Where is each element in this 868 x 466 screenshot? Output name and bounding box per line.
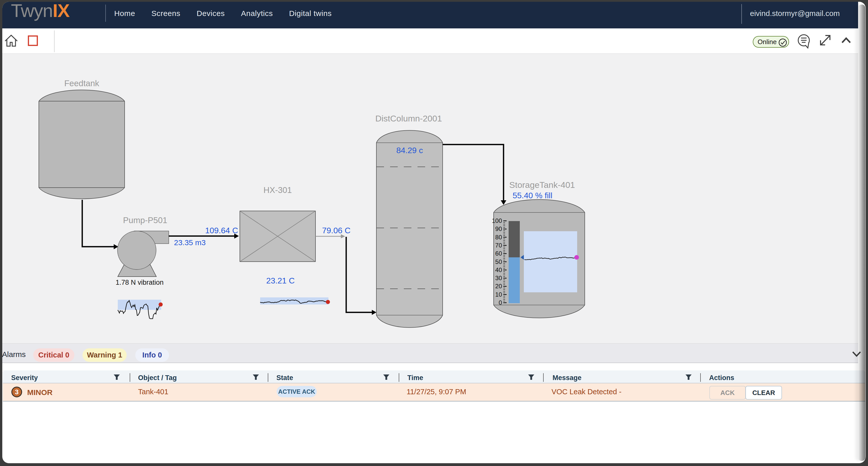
svg-text:20: 20 bbox=[495, 283, 502, 290]
svg-text:1.78 N vibration: 1.78 N vibration bbox=[116, 279, 163, 286]
svg-text:60: 60 bbox=[495, 250, 502, 257]
svg-text:Feedtank: Feedtank bbox=[64, 78, 99, 88]
svg-text:23.21 C: 23.21 C bbox=[266, 276, 294, 285]
svg-text:79.06 C: 79.06 C bbox=[322, 226, 350, 235]
svg-text:100: 100 bbox=[492, 217, 502, 224]
svg-text:70: 70 bbox=[495, 242, 502, 249]
svg-text:StorageTank-401: StorageTank-401 bbox=[509, 180, 575, 190]
svg-text:HX-301: HX-301 bbox=[264, 185, 292, 195]
svg-text:109.64 C: 109.64 C bbox=[205, 226, 238, 235]
svg-text:55.40 % fill: 55.40 % fill bbox=[513, 191, 553, 200]
svg-text:40: 40 bbox=[495, 266, 502, 273]
svg-text:10: 10 bbox=[495, 291, 502, 298]
svg-text:90: 90 bbox=[495, 225, 502, 232]
svg-text:30: 30 bbox=[495, 274, 502, 281]
svg-text:0: 0 bbox=[499, 299, 502, 306]
svg-text:DistColumn-2001: DistColumn-2001 bbox=[375, 113, 442, 123]
svg-text:84.29 c: 84.29 c bbox=[397, 146, 423, 155]
svg-text:50: 50 bbox=[495, 258, 502, 265]
svg-text:80: 80 bbox=[495, 234, 502, 241]
svg-text:23.35 m3: 23.35 m3 bbox=[174, 238, 206, 247]
svg-text:Pump-P501: Pump-P501 bbox=[123, 215, 167, 225]
